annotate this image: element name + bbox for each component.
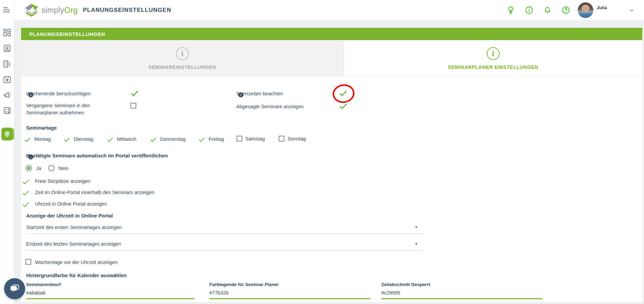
setting-label-sperrzeiten: Sperrzeiten beachten bbox=[236, 91, 243, 97]
day-freitag[interactable]: Freitag bbox=[198, 136, 224, 142]
field-underline bbox=[381, 298, 542, 299]
tab-seminareinstellungen[interactable]: SEMINAREINSTELLUNGEN bbox=[21, 41, 344, 76]
select-endzeit-underline bbox=[26, 250, 423, 250]
tab-seminarplaner-einstellungen[interactable]: SEMINARPLANER EINSTELLUNGEN bbox=[344, 41, 642, 76]
sidebar-item-calculator[interactable] bbox=[3, 106, 12, 115]
wochentage-checkbox[interactable] bbox=[25, 259, 31, 265]
app-root: simplyOrg PLANUNGSEINSTELLUNGEN Julia bbox=[0, 0, 644, 304]
select-startzeit-underline bbox=[26, 233, 423, 234]
setting-label-abgesagte-seminare: Abgesagte Seminare anzeigen bbox=[236, 104, 303, 109]
sidebar-item-contacts[interactable] bbox=[3, 44, 12, 53]
select-startzeit[interactable]: Startzeit des ersten Seminartages anzeig… bbox=[26, 225, 122, 230]
sidebar-active-indicator bbox=[13, 129, 14, 139]
heading-seminartage: Seminartage bbox=[26, 125, 57, 131]
help-circle-icon[interactable] bbox=[561, 6, 570, 15]
day-dienstag[interactable]: Dienstag bbox=[63, 136, 93, 142]
day-donnerstag[interactable]: Donnerstag bbox=[150, 136, 186, 142]
page-title: PLANUNGSEINSTELLUNGEN bbox=[83, 0, 171, 20]
chat-bubble-icon bbox=[9, 283, 20, 294]
user-name: Julia bbox=[597, 5, 607, 10]
tab-info-icon bbox=[176, 47, 189, 60]
heading-portal: Bestätigte Seminare automatisch im Porta… bbox=[26, 153, 33, 159]
simplyorg-logo-text[interactable]: simplyOrg bbox=[41, 0, 77, 20]
day-mittwoch[interactable]: Mittwoch bbox=[106, 136, 136, 142]
tab-label: SEMINAREINSTELLUNGEN bbox=[149, 64, 216, 70]
field-label-zeitabschnitt: Zeitabschnitt Gesperrt bbox=[381, 282, 430, 287]
heading-anzeige-uhrzeit: Anzeige der Uhrzeit in Online Portal bbox=[26, 213, 113, 218]
info-circle-icon[interactable] bbox=[525, 6, 534, 15]
zeit-online-portal-checkmark[interactable] bbox=[21, 187, 31, 197]
sidebar-item-announcements[interactable] bbox=[3, 91, 12, 99]
check-label-uhrzeit-online-portal: Uhrzeit in Online Portal anzeigen bbox=[35, 201, 107, 207]
hamburger-menu-icon[interactable] bbox=[3, 7, 11, 13]
top-bar: simplyOrg PLANUNGSEINSTELLUNGEN Julia bbox=[0, 0, 644, 20]
lightbulb-icon[interactable] bbox=[506, 6, 515, 15]
chat-widget-button[interactable] bbox=[4, 278, 25, 299]
logo-simply: simply bbox=[41, 6, 64, 15]
settings-panel: Wochenende berücksichtigen Sperrzeiten b… bbox=[21, 76, 642, 302]
select-caret-icon[interactable]: ▾ bbox=[415, 225, 417, 229]
wochenende-checkmark[interactable] bbox=[130, 88, 139, 97]
sidebar-item-settings-active[interactable] bbox=[1, 128, 13, 140]
user-avatar[interactable] bbox=[578, 2, 593, 18]
field-label-seminarentwurf: Seminarentwurf bbox=[26, 282, 61, 287]
day-sonntag[interactable]: Sonntag bbox=[279, 136, 306, 141]
color-field-farblegende[interactable] bbox=[209, 290, 277, 296]
check-label-zeit-online-portal: Zeit im Online-Portal innerhalb des Semi… bbox=[35, 190, 154, 195]
tab-strip: SEMINAREINSTELLUNGEN SEMINARPLANER EINST… bbox=[21, 41, 642, 76]
field-underline bbox=[209, 298, 370, 299]
sidebar-item-dashboard[interactable] bbox=[3, 28, 12, 37]
day-montag[interactable]: Montag bbox=[24, 136, 51, 142]
sidebar bbox=[0, 0, 14, 304]
field-underline bbox=[26, 298, 194, 299]
sperrzeiten-checkmark[interactable] bbox=[338, 88, 348, 97]
radio-nein[interactable] bbox=[48, 165, 55, 171]
select-endzeit[interactable]: Endzeit des letzten Seminartages anzeige… bbox=[26, 241, 121, 247]
radio-ja-label: Ja bbox=[36, 166, 41, 171]
color-field-zeitabschnitt[interactable] bbox=[381, 290, 449, 296]
abgesagte-seminare-checkmark[interactable] bbox=[338, 101, 348, 110]
simplyorg-logo-icon[interactable] bbox=[24, 2, 39, 18]
day-samstag[interactable]: Samstag bbox=[237, 136, 265, 141]
color-field-seminarentwurf[interactable] bbox=[26, 290, 94, 296]
tab-label: SEMINARPLANER EINSTELLUNGEN bbox=[448, 64, 538, 70]
field-label-farblegende: Farblegende für Seminar Planer bbox=[209, 282, 279, 287]
vergangene-seminare-checkbox[interactable] bbox=[130, 103, 136, 109]
chevron-down-icon[interactable] bbox=[629, 7, 635, 14]
setting-label-wochenende: Wochenende berücksichtigen bbox=[26, 91, 33, 97]
freie-sitzplaetze-checkmark[interactable] bbox=[21, 176, 31, 186]
sidebar-item-company[interactable] bbox=[3, 59, 12, 68]
settings-gear-icon bbox=[3, 130, 11, 138]
check-label-freie-sitzplaetze: Freie Sitzplätze anzeigen bbox=[35, 178, 90, 184]
radio-nein-label: Nein bbox=[58, 166, 69, 171]
radio-ja[interactable] bbox=[25, 165, 32, 171]
heading-hintergrundfarbe: Hintergrundfarbe für Kalender auswählen bbox=[26, 272, 127, 278]
sidebar-item-calendar[interactable] bbox=[3, 75, 12, 84]
select-caret-icon[interactable]: ▾ bbox=[415, 242, 417, 246]
checkbox-label-wochentage: Wochentage vor der Uhrzeit anzeigen bbox=[35, 260, 118, 265]
section-banner: PLANUNGSEINSTELLUNGEN bbox=[21, 28, 642, 40]
logo-org: Org bbox=[64, 6, 77, 15]
banner-title: PLANUNGSEINSTELLUNGEN bbox=[21, 31, 105, 37]
uhrzeit-online-portal-checkmark[interactable] bbox=[21, 199, 31, 208]
bell-icon[interactable] bbox=[543, 6, 552, 15]
tab-info-icon bbox=[487, 47, 500, 60]
